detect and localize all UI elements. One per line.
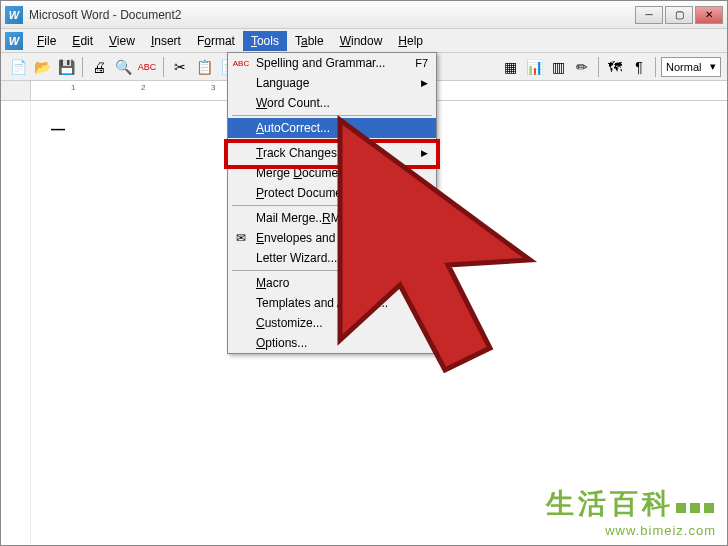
- menu-item-label: Letter Wizard...: [256, 251, 337, 265]
- ✉-icon: ✉: [232, 229, 250, 247]
- submenu-arrow-icon: ▶: [421, 148, 428, 158]
- menu-item-label: Mail Merge..RMail Merge...: [256, 211, 400, 225]
- menu-item-language[interactable]: Language▶: [228, 73, 436, 93]
- watermark: 生活百科 www.bimeiz.com: [546, 485, 716, 538]
- paragraph-icon[interactable]: ¶: [628, 56, 650, 78]
- menu-separator: [232, 115, 432, 116]
- toolbar-separator: [598, 57, 599, 77]
- menu-item-macro[interactable]: Macro▶: [228, 273, 436, 293]
- menu-item-label: Word Count...: [256, 96, 330, 110]
- spellcheck-icon[interactable]: ABC: [136, 56, 158, 78]
- menu-tools[interactable]: Tools: [243, 31, 287, 51]
- tables-icon[interactable]: ▦: [499, 56, 521, 78]
- copy-icon[interactable]: 📋: [193, 56, 215, 78]
- menu-separator: [232, 140, 432, 141]
- window-controls: ─ ▢ ✕: [635, 6, 723, 24]
- menu-item-label: Spelling and Grammar...: [256, 56, 385, 70]
- menu-format[interactable]: Format: [189, 31, 243, 51]
- word-menu-icon: W: [5, 32, 23, 50]
- menu-separator: [232, 205, 432, 206]
- menu-item-autocorrect[interactable]: AutoCorrect...: [228, 118, 436, 138]
- menu-item-label: Track Changes: [256, 146, 337, 160]
- menu-insert[interactable]: Insert: [143, 31, 189, 51]
- ruler-mark: 3: [211, 83, 215, 92]
- menu-item-spelling-and-grammar[interactable]: ABCSpelling and Grammar...F7: [228, 53, 436, 73]
- toolbar-separator: [82, 57, 83, 77]
- toolbar-separator: [655, 57, 656, 77]
- menu-item-label: Protect Document...: [256, 186, 362, 200]
- toolbar-separator: [163, 57, 164, 77]
- titlebar: W Microsoft Word - Document2 ─ ▢ ✕: [1, 1, 727, 29]
- submenu-arrow-icon: ▶: [421, 278, 428, 288]
- tools-dropdown-menu: ABCSpelling and Grammar...F7Language▶Wor…: [227, 52, 437, 354]
- menu-item-mail-merge[interactable]: Mail Merge..RMail Merge...: [228, 208, 436, 228]
- watermark-cn-text: 生活百科: [546, 485, 716, 523]
- menu-item-track-changes[interactable]: Track Changes▶: [228, 143, 436, 163]
- menu-view[interactable]: View: [101, 31, 143, 51]
- print-preview-icon[interactable]: 🔍: [112, 56, 134, 78]
- open-icon[interactable]: 📂: [31, 56, 53, 78]
- menu-window[interactable]: Window: [332, 31, 391, 51]
- excel-icon[interactable]: 📊: [523, 56, 545, 78]
- menu-item-envelopes-and-labels[interactable]: ✉Envelopes and Labels...: [228, 228, 436, 248]
- new-doc-icon[interactable]: 📄: [7, 56, 29, 78]
- menu-item-options[interactable]: Options...: [228, 333, 436, 353]
- menu-item-label: Merge Documents...: [256, 166, 364, 180]
- menu-separator: [232, 270, 432, 271]
- window-title: Microsoft Word - Document2: [29, 8, 635, 22]
- menu-file[interactable]: File: [29, 31, 64, 51]
- menu-item-label: Customize...: [256, 316, 323, 330]
- ruler-corner: [1, 81, 31, 100]
- menu-item-label: Macro: [256, 276, 289, 290]
- map-icon[interactable]: 🗺: [604, 56, 626, 78]
- menu-item-label: Options...: [256, 336, 307, 350]
- minimize-button[interactable]: ─: [635, 6, 663, 24]
- cut-icon[interactable]: ✂: [169, 56, 191, 78]
- menu-item-label: Templates and Add-Ins...: [256, 296, 388, 310]
- menu-item-label: AutoCorrect...: [256, 121, 330, 135]
- menu-item-merge-documents[interactable]: Merge Documents...: [228, 163, 436, 183]
- columns-icon[interactable]: ▥: [547, 56, 569, 78]
- menu-item-protect-document[interactable]: Protect Document...: [228, 183, 436, 203]
- menu-edit[interactable]: Edit: [64, 31, 101, 51]
- close-button[interactable]: ✕: [695, 6, 723, 24]
- menu-help[interactable]: Help: [390, 31, 431, 51]
- menu-item-templates-and-add-ins[interactable]: Templates and Add-Ins...: [228, 293, 436, 313]
- word-app-icon: W: [5, 6, 23, 24]
- maximize-button[interactable]: ▢: [665, 6, 693, 24]
- ruler-mark: 1: [71, 83, 75, 92]
- style-dropdown[interactable]: Normal ▾: [661, 57, 721, 77]
- drawing-icon[interactable]: ✏: [571, 56, 593, 78]
- menu-item-customize[interactable]: Customize...: [228, 313, 436, 333]
- save-icon[interactable]: 💾: [55, 56, 77, 78]
- menu-shortcut: F7: [415, 57, 428, 69]
- menu-item-word-count[interactable]: Word Count...: [228, 93, 436, 113]
- watermark-url: www.bimeiz.com: [546, 523, 716, 538]
- print-icon[interactable]: 🖨: [88, 56, 110, 78]
- ruler-mark: 2: [141, 83, 145, 92]
- menu-table[interactable]: Table: [287, 31, 332, 51]
- menu-item-label: Envelopes and Labels...: [256, 231, 384, 245]
- abc-icon: ABC: [232, 54, 250, 72]
- menu-item-label: Language: [256, 76, 309, 90]
- menubar: W FileEditViewInsertFormatToolsTableWind…: [1, 29, 727, 53]
- submenu-arrow-icon: ▶: [421, 78, 428, 88]
- menu-item-letter-wizard[interactable]: Letter Wizard...: [228, 248, 436, 268]
- vertical-ruler[interactable]: [1, 101, 31, 545]
